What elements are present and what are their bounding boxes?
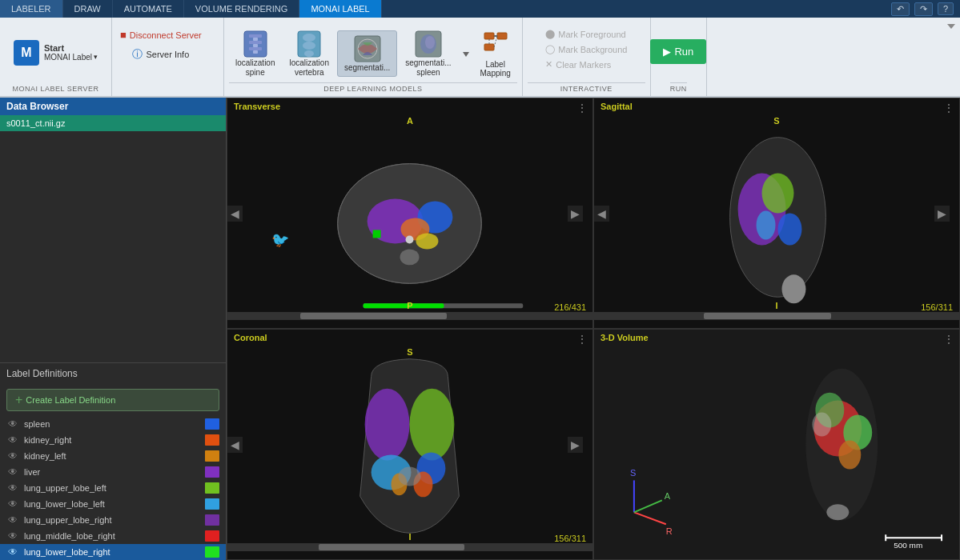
ribbon-expand-btn[interactable]: [942, 18, 960, 96]
server-info-button[interactable]: ⓘ Server Info: [129, 46, 192, 63]
model-seg-label: segmentati...: [344, 63, 390, 73]
eye-icon-lung-middle-right[interactable]: 👁: [6, 530, 19, 542]
svg-point-41: [762, 174, 794, 214]
svg-rect-1: [249, 34, 262, 38]
color-swatch-lung-middle-right: [205, 530, 219, 542]
create-label-button[interactable]: + Create Label Definition: [6, 389, 219, 411]
label-item-lung-lower-right[interactable]: 👁 lung_lower_lobe_right: [0, 544, 226, 560]
orient-top-coronal: S: [407, 347, 412, 357]
monai-server-label: MONAI LABEL SERVER: [12, 83, 98, 93]
volume3d-menu[interactable]: ⋮: [943, 333, 954, 346]
label-item-lung-lower-left[interactable]: 👁 lung_lower_lobe_left: [0, 496, 226, 512]
svg-point-15: [425, 36, 435, 49]
label-item-lung-middle-right[interactable]: 👁 lung_middle_lobe_right: [0, 528, 226, 544]
sagittal-label: Sagittal: [601, 102, 633, 111]
sagittal-menu[interactable]: ⋮: [943, 102, 954, 114]
viewport-sagittal[interactable]: Sagittal ⋮ S I A P 156/311: [593, 98, 960, 329]
coronal-nav-right[interactable]: ▶: [568, 437, 583, 453]
eye-icon-lung-upper-right[interactable]: 👁: [6, 514, 19, 526]
model-segmentation[interactable]: segmentati...: [337, 30, 397, 77]
file-item[interactable]: s0011_ct.nii.gz: [0, 115, 226, 131]
ribbon-server-group: ■ Disconnect Server ⓘ Server Info x: [112, 18, 224, 96]
model-segmentation-spleen[interactable]: segmentati...spleen: [399, 26, 457, 81]
data-browser-header: Data Browser: [0, 98, 226, 115]
help-button[interactable]: ?: [938, 2, 954, 15]
svg-point-58: [812, 413, 831, 437]
label-name-lung-upper-right: lung_upper_lobe_right: [24, 515, 200, 525]
sagittal-nav-left[interactable]: ◀: [594, 206, 609, 222]
mark-foreground-button[interactable]: ⬤ Mark Foreground: [540, 27, 630, 41]
orient-bottom-coronal: I: [408, 532, 411, 542]
svg-point-26: [400, 249, 420, 265]
menu-monai-label[interactable]: MONAI LABEL: [299, 0, 381, 18]
eye-icon-lung-upper-left[interactable]: 👁: [6, 482, 19, 494]
models-expand-button[interactable]: [460, 44, 472, 63]
ribbon-interactive-group: ⬤ Mark Foreground ◯ Mark Background ✕ Cl…: [523, 18, 651, 96]
menu-volume-rendering[interactable]: VOLUME RENDERING: [184, 0, 300, 18]
menu-labeler[interactable]: LABELER: [0, 0, 63, 18]
model-localization-spine[interactable]: localizationspine: [229, 26, 281, 81]
mark-background-button[interactable]: ◯ Mark Background: [540, 42, 632, 56]
ribbon-monai-group: M Start MONAI Label ▾ MONAI LABEL SERVER: [0, 18, 112, 96]
eye-icon-lung-lower-left[interactable]: 👁: [6, 498, 19, 510]
clear-icon: ✕: [545, 59, 552, 70]
svg-rect-19: [484, 44, 494, 50]
menu-right-controls: ↶ ↷ ?: [885, 0, 960, 18]
label-item-spleen[interactable]: 👁 spleen: [0, 416, 226, 432]
label-item-lung-upper-left[interactable]: 👁 lung_upper_lobe_left: [0, 480, 226, 496]
label-item-lung-upper-right[interactable]: 👁 lung_upper_lobe_right: [0, 512, 226, 528]
svg-text:🐦: 🐦: [271, 231, 290, 249]
label-item-kidney-left[interactable]: 👁 kidney_left: [0, 448, 226, 464]
clear-markers-button[interactable]: ✕ Clear Markers: [540, 58, 616, 71]
svg-point-30: [416, 233, 438, 249]
coronal-label: Coronal: [234, 333, 267, 342]
label-name-kidney-left: kidney_left: [24, 451, 200, 461]
svg-rect-52: [594, 337, 959, 552]
transverse-hscroll[interactable]: [227, 312, 592, 320]
label-item-liver[interactable]: 👁 liver: [0, 464, 226, 480]
viewport-3d[interactable]: 3-D Volume ⋮: [593, 329, 960, 560]
sidebar: Data Browser s0011_ct.nii.gz Label Defin…: [0, 98, 227, 560]
svg-rect-17: [484, 33, 494, 39]
eye-icon-spleen[interactable]: 👁: [6, 418, 19, 430]
redo-button[interactable]: ↷: [914, 2, 933, 16]
interactive-group-label: INTERACTIVE: [528, 82, 645, 93]
model-spine-icon: [241, 30, 270, 58]
viewport-coronal[interactable]: Coronal ⋮ S I R L: [227, 329, 593, 560]
monai-start[interactable]: Start MONAI Label ▾: [44, 43, 98, 62]
ribbon-run-group: ▶ Run RUN: [651, 18, 707, 96]
eye-icon-liver[interactable]: 👁: [6, 466, 19, 478]
orient-top-sagittal: S: [773, 116, 779, 126]
svg-point-10: [304, 50, 314, 57]
coronal-menu[interactable]: ⋮: [576, 333, 588, 346]
menu-automate[interactable]: AUTOMATE: [113, 0, 184, 18]
eye-icon-lung-lower-right[interactable]: 👁: [6, 546, 19, 558]
run-button[interactable]: ▶ Run: [650, 39, 706, 64]
label-name-liver: liver: [24, 467, 200, 477]
model-localization-vertebra[interactable]: localizationvertebra: [283, 26, 335, 81]
transverse-label: Transverse: [234, 102, 280, 111]
sagittal-nav-right[interactable]: ▶: [934, 206, 950, 222]
create-label-text: Create Label Definition: [26, 395, 115, 405]
disconnect-server-button[interactable]: ■ Disconnect Server: [117, 27, 205, 42]
label-defs-header: Label Definitions: [0, 362, 226, 384]
svg-rect-18: [497, 33, 507, 39]
coronal-hscroll[interactable]: [227, 543, 592, 551]
sagittal-hscroll[interactable]: [594, 312, 959, 320]
info-icon: ⓘ: [132, 47, 143, 62]
transverse-nav-right[interactable]: ▶: [568, 206, 583, 222]
transverse-nav-left[interactable]: ◀: [227, 206, 243, 222]
label-item-kidney-right[interactable]: 👁 kidney_right: [0, 432, 226, 448]
undo-button[interactable]: ↶: [891, 2, 910, 16]
eye-icon-kidney-left[interactable]: 👁: [6, 450, 19, 462]
coronal-nav-left[interactable]: ◀: [227, 437, 243, 453]
transverse-menu[interactable]: ⋮: [576, 102, 588, 114]
volume-3d-label: 3-D Volume: [601, 333, 649, 342]
svg-rect-4: [253, 38, 258, 41]
model-spleen-label: segmentati...spleen: [405, 58, 451, 78]
viewport-transverse[interactable]: Transverse ⋮ A P R L: [227, 98, 593, 329]
foreground-icon: ⬤: [545, 29, 555, 39]
eye-icon-kidney-right[interactable]: 👁: [6, 434, 19, 446]
menu-draw[interactable]: DRAW: [63, 0, 113, 18]
label-mapping-btn[interactable]: LabelMapping: [480, 60, 511, 78]
